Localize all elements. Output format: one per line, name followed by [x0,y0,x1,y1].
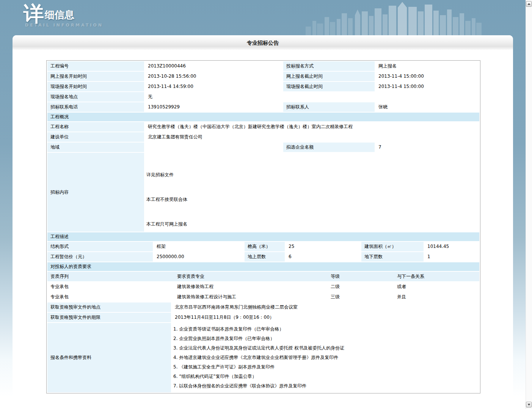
label-cell: 报名条件和携带资料 [47,323,171,392]
label-cell: 招标联系人 [283,102,375,112]
value-cell: 1. 企业资质等级证书副本原件及复印件（已年审合格）2. 企业营业执照副本原件及… [172,323,479,392]
value-cell: 2013-10-28 15:56:00 [145,72,282,81]
label-cell: 地上层数 [245,252,285,262]
announcement-detail-table: 工程编号2013Z10000446投标报名方式网上报名网上报名开始时间2013-… [46,60,480,393]
value-cell: 研究生教学楼（逸夫）楼（中国石油大学（北京）新建研究生教学楼（逸夫）楼）室内二次… [145,122,479,132]
value-cell: 2013-11-4 14:59:00 [145,82,282,91]
value-cell [375,92,479,102]
value-cell: 1 [424,252,479,262]
value-cell: 二级 [328,282,393,291]
value-cell: 10144.45 [424,242,479,251]
materials-row: 报名条件和携带资料1. 企业资质等级证书副本原件及复印件（已年审合格）2. 企业… [47,323,479,392]
table-row: 获取资格预审文件的期限2013年11月4日至11月8日（9：00至16：00） [47,313,479,322]
scroll-up-button[interactable] [526,1,532,7]
qualification-row: 专业承包建筑装修装饰工程二级或者 [47,282,479,291]
logo-subtitle: DETAIL INFORMATION [25,23,103,28]
table-row: 工程名称研究生教学楼（逸夫）楼（中国石油大学（北京）新建研究生教学楼（逸夫）楼）… [47,122,479,132]
value-cell: 无 [145,92,282,102]
table-row: 工程暂估价（元）2500000.00地上层数6地下层数1 [47,252,479,262]
section-header: 工程概况 [47,113,479,121]
content-panel: 专业招标公告 工程编号2013Z10000446投标报名方式网上报名网上报名开始… [13,35,513,409]
label-cell: 获取资格预审文件的期限 [47,313,171,322]
value-cell: 建筑装修装饰工程 [174,282,327,291]
up-triangle-icon [527,3,530,5]
table-row: 结构形式框架檐高（米）25建筑面积（㎡）10144.45 [47,242,479,251]
label-cell: 结构形式 [47,242,153,251]
material-item: 2. 企业营业执照副本原件及复印件（已年审合格） [173,334,476,343]
value-cell: 13910529929 [145,102,282,112]
value-cell: 6 [286,252,361,262]
value-cell: 要求资质专业 [174,272,327,281]
vertical-scrollbar[interactable] [526,0,532,409]
label-cell: 工程编号 [47,61,144,71]
label-cell: 投标报名方式 [283,61,375,71]
material-item: 6. “组织机构代码证”复印件（加盖公章） [173,372,476,381]
down-triangle-icon [527,404,530,406]
material-item: 5. 《建筑施工安全生产许可证》副本原件及复印件 [173,362,476,372]
table-row: 现场报名开始时间2013-11-4 14:59:00现场报名截止时间2013-1… [47,82,479,91]
value-cell: 三级 [328,292,393,302]
material-item: 4. 外地进京建筑业企业还应携带《北京市建筑业企业档案管理手册》原件及复印件 [173,353,476,362]
material-item: 1. 企业资质等级证书副本原件及复印件（已年审合格） [173,324,476,334]
label-cell: 招标内容 [47,153,144,232]
value-cell: 张晓 [375,102,479,112]
value-cell: 7 [375,143,479,152]
value-cell: 专业承包 [47,282,173,291]
label-cell: 现场报名地点 [47,92,144,102]
logo-text-small: 细信息 [45,9,74,20]
label-cell: 现场报名截止时间 [283,82,375,91]
value-cell: 2013年11月4日至11月8日（9：00至16：00） [172,313,479,322]
label-cell: 网上报名开始时间 [47,72,144,81]
value-cell: 北京建工集团有限责任公司 [145,132,479,142]
label-cell: 获取资格预审文件的地点 [47,302,171,312]
value-cell: 25 [286,242,361,251]
section-header: 对投标人的资质要求 [47,262,479,271]
label-cell: 檐高（米） [245,242,285,251]
label-cell: 地下层数 [361,252,424,262]
page-header: 详细信息 DETAIL INFORMATION [0,0,526,35]
value-cell: 北京市昌平区西环南路体育局东门北侧独栋商业楼二层会议室 [172,302,479,312]
value-cell: 专业承包 [47,292,173,302]
table-row: 工程编号2013Z10000446投标报名方式网上报名 [47,61,479,71]
material-item: 3. 企业法定代表人身份证明及其身份证或法定代表人委托授 权书及被委托人的身份证 [173,343,476,353]
value-cell: 与下一条关系 [394,272,479,281]
qualification-row: 专业承包建筑装饰装修工程设计与施工三级并且 [47,292,479,302]
label-cell: 建筑面积（㎡） [361,242,424,251]
value-cell: 或者 [394,282,479,291]
value-cell: 2500000.00 [154,252,244,262]
logo-text-big: 详 [24,2,44,26]
value-cell: 2013Z10000446 [145,61,282,71]
value-cell [283,92,375,102]
table-row: 现场报名地点无 [47,92,479,102]
label-cell: 建设单位 [47,132,144,142]
material-item: 7. 以联合体身份报名的企业还应携带《联合体协议》原件及复印件 [173,381,476,391]
value-cell [145,143,282,152]
value-cell: 建筑装饰装修工程设计与施工 [174,292,327,302]
city-skyline-graphic [306,0,503,35]
label-cell: 拟选企业名额 [283,143,375,152]
label-cell: 网上报名截止时间 [283,72,375,81]
value-cell: 框架 [154,242,244,251]
page-title: 专业招标公告 [247,40,279,46]
value-cell: 网上报名 [375,61,479,71]
value-cell: 资质序列 [47,272,173,281]
bid-content-line: 本工程只可网上报名 [146,221,187,227]
table-row: 获取资格预审文件的地点北京市昌平区西环南路体育局东门北侧独栋商业楼二层会议室 [47,302,479,312]
bid-content-line: 详见招标文件 [146,172,174,178]
page-title-bar: 专业招标公告 [13,35,513,50]
section-header: 工程描述 [47,232,479,241]
table-row: 网上报名开始时间2013-10-28 15:56:00网上报名截止时间2013-… [47,72,479,81]
label-cell: 地域 [47,143,144,152]
value-cell: 2013-11-4 15:00:00 [375,82,479,91]
value-cell: 2013-11-4 15:00:00 [375,72,479,81]
table-row: 招标内容详见招标文件本工程不接受联合体本工程只可网上报名 [47,153,479,232]
scroll-down-button[interactable] [526,402,532,407]
table-row: 地域拟选企业名额7 [47,143,479,152]
label-cell: 工程暂估价（元） [47,252,153,262]
value-cell: 详见招标文件本工程不接受联合体本工程只可网上报名 [145,153,479,232]
table-row: 招标联系电话13910529929招标联系人张晓 [47,102,479,112]
table-row: 建设单位北京建工集团有限责任公司 [47,132,479,142]
qualification-header-row: 资质序列要求资质专业等级与下一条关系 [47,272,479,281]
bid-content-line: 本工程不接受联合体 [146,196,187,202]
label-cell: 工程名称 [47,122,144,132]
